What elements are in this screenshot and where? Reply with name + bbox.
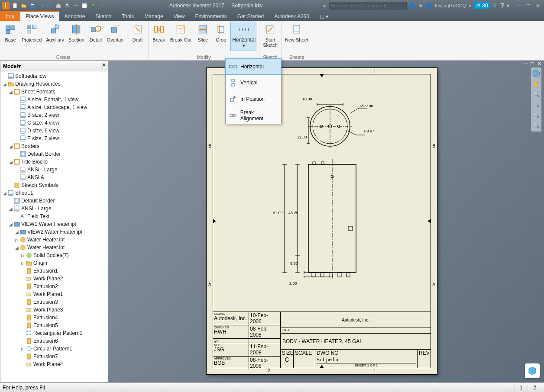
tree-node[interactable]: Extrusion4	[1, 314, 107, 321]
zoom-window-icon[interactable]: 🔍	[532, 100, 541, 109]
break-button[interactable]: Break	[150, 22, 168, 51]
status-tab-1[interactable]: 1	[514, 385, 528, 391]
tree-node[interactable]: Work Plane3	[1, 306, 107, 314]
start-sketch-button[interactable]: Start Sketch	[261, 22, 279, 51]
draft-button[interactable]: Draft	[129, 22, 146, 51]
save-icon[interactable]	[29, 2, 36, 10]
tab-view[interactable]: View	[168, 11, 190, 21]
tree-node[interactable]: ◢VIEW2:Water Heater.ipt	[1, 228, 107, 236]
search-go-icon[interactable]: 👤	[409, 3, 416, 9]
canvas-min-icon[interactable]: —	[522, 61, 528, 67]
drawing-canvas[interactable]: — □ ✕ 2 1 2 1 B B A A	[108, 61, 544, 382]
crop-button[interactable]: Crop	[212, 22, 230, 51]
tree-node[interactable]: Default Border	[1, 150, 107, 158]
home-icon[interactable]	[55, 2, 62, 10]
new-icon[interactable]	[11, 2, 19, 10]
tree-node[interactable]: Softpedia.idw	[1, 72, 107, 80]
tree-node[interactable]: ◢Sheet:1	[1, 189, 107, 197]
panel-close-icon[interactable]: ✕	[100, 61, 108, 69]
tree-node[interactable]: ANSI A	[1, 174, 107, 181]
dd-horizontal[interactable]: Horizontal	[225, 58, 282, 75]
tree-node[interactable]: Extrusion2	[1, 283, 107, 290]
status-tab-2[interactable]: 2	[528, 385, 541, 391]
section-button[interactable]: Section	[67, 22, 86, 51]
projected-button[interactable]: Projected	[20, 22, 43, 51]
tab-a360[interactable]: Autodesk A360	[269, 11, 314, 21]
tree-node[interactable]: ▷Water Heater.ipt	[1, 236, 107, 244]
tree-node[interactable]: ▷Circular Pattern1	[1, 345, 107, 353]
tree-node[interactable]: Extrusion6	[1, 337, 107, 345]
slice-button[interactable]: Slice	[194, 22, 211, 51]
close-icon[interactable]: ✕	[534, 2, 542, 9]
tree-node[interactable]: ◢VIEW1:Water Heater.ipt	[1, 220, 107, 228]
tree-node[interactable]: ANSI - Large	[1, 166, 107, 174]
tab-place-views[interactable]: Place Views	[20, 11, 59, 21]
zoom-all-icon[interactable]: 🔍	[532, 111, 541, 119]
more-icon[interactable]: ⋯	[72, 2, 80, 10]
return-icon[interactable]	[98, 2, 106, 10]
tab-environments[interactable]: Environments	[190, 11, 232, 21]
overlay-button[interactable]: Overlay	[105, 22, 125, 51]
tree-node[interactable]: Extrusion5	[1, 321, 107, 329]
share-icon[interactable]	[525, 363, 540, 378]
tree-node[interactable]: ◢Title Blocks	[1, 158, 107, 166]
minimize-icon[interactable]: —	[515, 2, 523, 9]
tree-node[interactable]: Default Border	[1, 197, 107, 205]
tree-node[interactable]: Sketch Symbols	[1, 181, 107, 189]
zoom-icon[interactable]: 🔍	[532, 90, 541, 99]
tree-node[interactable]: Work Plane4	[1, 360, 107, 368]
search-arrow-icon[interactable]: ▸	[324, 3, 326, 9]
viewcube-icon[interactable]	[532, 69, 541, 78]
pan-icon[interactable]: ✋	[532, 80, 541, 88]
tree-node[interactable]: AField Text	[1, 212, 107, 220]
tree-node[interactable]: Work Plane2	[1, 275, 107, 283]
model-panel-header[interactable]: Model ▾❔	[0, 61, 108, 71]
print-icon[interactable]	[63, 2, 71, 10]
tree-node[interactable]: ◢Water Heater.ipt	[1, 244, 107, 251]
undo-icon[interactable]	[37, 2, 45, 10]
model-tree[interactable]: Softpedia.idw◢Drawing Resources◢Sheet Fo…	[0, 71, 108, 382]
open-icon[interactable]	[20, 2, 28, 10]
new-sheet-button[interactable]: New Sheet	[283, 22, 310, 51]
dd-break-alignment[interactable]: Break Alignment	[226, 107, 281, 124]
tab-tools[interactable]: Tools	[117, 11, 139, 21]
tree-node[interactable]: Extrusion3	[1, 298, 107, 306]
tree-node[interactable]: ◢Drawing Resources	[1, 80, 107, 88]
tree-node[interactable]: Work Plane1	[1, 290, 107, 298]
star-icon[interactable]: ★	[418, 3, 423, 9]
tree-node[interactable]: ◢ANSI - Large	[1, 205, 107, 212]
tree-node[interactable]: Extrusion1	[1, 267, 107, 275]
tab-manage[interactable]: Manage	[139, 11, 168, 21]
zoom-selected-icon[interactable]: 🔍	[532, 121, 541, 130]
file-tab[interactable]: File	[0, 11, 20, 21]
notification-badge[interactable]: ⏱ 30	[474, 2, 490, 9]
tab-annotate[interactable]: Annotate	[59, 11, 91, 21]
layers-icon[interactable]	[89, 2, 97, 10]
redo-icon[interactable]	[46, 2, 54, 10]
help-icon[interactable]: ❔ ▾	[499, 3, 509, 9]
tree-node[interactable]: D size, 6 view	[1, 127, 107, 135]
tree-node[interactable]: Extrusion7	[1, 353, 107, 360]
break-out-button[interactable]: Break Out	[168, 22, 194, 51]
canvas-max-icon[interactable]: □	[529, 61, 535, 67]
dd-vertical[interactable]: Vertical	[226, 74, 281, 91]
canvas-close-icon[interactable]: ✕	[536, 61, 542, 67]
tree-node[interactable]: Rectangular Pattern1	[1, 329, 107, 337]
tab-addins[interactable]: ▢ ▾	[314, 11, 334, 21]
tree-node[interactable]: A size, Landscape, 1 view	[1, 103, 107, 111]
horizontal-button[interactable]: Horizontal▾	[230, 22, 257, 51]
dd-in-position[interactable]: In Position	[226, 91, 281, 107]
help-search-input[interactable]	[329, 2, 407, 10]
tree-node[interactable]: C size, 4 view	[1, 119, 107, 127]
user-name[interactable]: testingHVCCQ	[435, 3, 466, 8]
tree-node[interactable]: ▷Solid Bodies(7)	[1, 251, 107, 259]
auxiliary-button[interactable]: Auxiliary	[44, 22, 66, 51]
tree-node[interactable]: E size, 7 view	[1, 135, 107, 142]
exchange-icon[interactable]: X	[493, 3, 496, 9]
tree-node[interactable]: ▷Origin	[1, 259, 107, 267]
tab-sketch[interactable]: Sketch	[91, 11, 117, 21]
tree-node[interactable]: ◢Borders	[1, 142, 107, 150]
properties-icon[interactable]	[81, 2, 88, 10]
tree-node[interactable]: A size, Portrait, 1 view	[1, 96, 107, 103]
tree-node[interactable]: B size, 2 view	[1, 111, 107, 119]
